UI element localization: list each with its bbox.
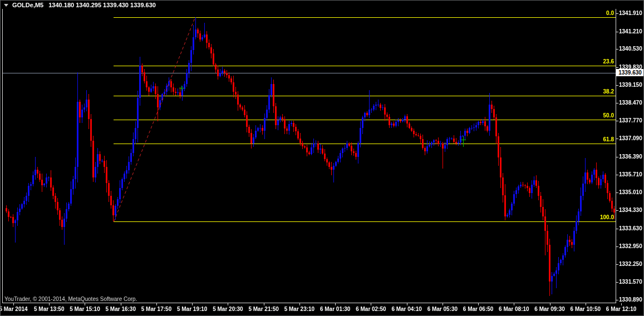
time-tick-label: 5 Mar 21:50 (248, 306, 278, 312)
price-tick-label: 1339.150 (619, 82, 642, 88)
time-tick-label: 6 Mar 05:30 (427, 306, 458, 312)
price-tick-label: 1337.770 (619, 117, 642, 124)
price-tick-label: 1338.470 (619, 100, 642, 106)
price-tick-label: 1335.010 (619, 189, 642, 195)
price-tick-label: 1336.390 (619, 154, 642, 160)
time-tick-label: 6 Mar 01:30 (320, 306, 350, 312)
fib-level-label: 50.0 (603, 112, 614, 119)
fib-level-label: 23.6 (603, 58, 614, 65)
fib-level-label: 0.0 (606, 10, 614, 16)
price-tick-label: 1334.330 (619, 207, 642, 213)
title-bar: GOLDe,M5 1340.180 1340.295 1339.430 1339… (4, 2, 156, 8)
time-tick-label: 5 Mar 20:30 (213, 306, 243, 312)
fib-level-label: 61.8 (603, 136, 614, 142)
chevron-down-icon[interactable] (4, 4, 8, 7)
fib-level-label: 38.2 (603, 88, 614, 95)
chart-title-ohlc: 1340.180 1340.295 1339.430 1339.630 (48, 2, 156, 8)
time-tick-label: 5 Mar 13:50 (34, 306, 64, 312)
time-tick-label: 6 Mar 04:10 (391, 306, 421, 312)
chart-title-symbol: GOLDe,M5 (12, 2, 43, 8)
time-tick-label: 6 Mar 10:50 (571, 306, 601, 312)
current-price-value: 1339.630 (618, 70, 642, 76)
chart-canvas[interactable] (1, 1, 643, 315)
time-tick-label: 6 Mar 12:10 (606, 306, 636, 312)
time-tick-label: 5 Mar 23:10 (284, 306, 314, 312)
price-tick-label: 1340.530 (619, 46, 642, 52)
time-tick-label: 5 Mar 2014 (0, 306, 28, 312)
price-tick-label: 1341.210 (619, 28, 642, 34)
time-tick-label: 5 Mar 15:10 (70, 306, 100, 312)
price-tick-label: 1341.910 (619, 10, 642, 16)
price-tick-label: 1332.950 (619, 243, 642, 249)
time-tick-label: 6 Mar 02:50 (356, 306, 386, 312)
price-tick-label: 1332.250 (619, 261, 642, 267)
time-tick-label: 6 Mar 09:30 (534, 306, 564, 312)
time-tick-label: 5 Mar 17:50 (141, 306, 171, 312)
price-tick-label: 1335.710 (619, 171, 642, 177)
price-tick-label: 1331.570 (619, 279, 642, 285)
price-tick-label: 1330.890 (619, 297, 642, 303)
copyright-label: YouTrader, © 2001-2014, MetaQuotes Softw… (4, 296, 137, 302)
time-tick-label: 5 Mar 19:10 (177, 306, 207, 312)
fib-level-label: 100.0 (600, 214, 614, 220)
chart-window: GOLDe,M5 1340.180 1340.295 1339.430 1339… (0, 0, 644, 316)
time-tick-label: 6 Mar 08:10 (499, 306, 529, 312)
price-tick-label: 1337.090 (619, 135, 642, 141)
time-tick-label: 6 Mar 06:50 (463, 306, 493, 312)
time-tick-label: 5 Mar 16:30 (105, 306, 135, 312)
current-price-box: 1339.630 (616, 69, 644, 76)
price-tick-label: 1333.630 (619, 225, 642, 231)
